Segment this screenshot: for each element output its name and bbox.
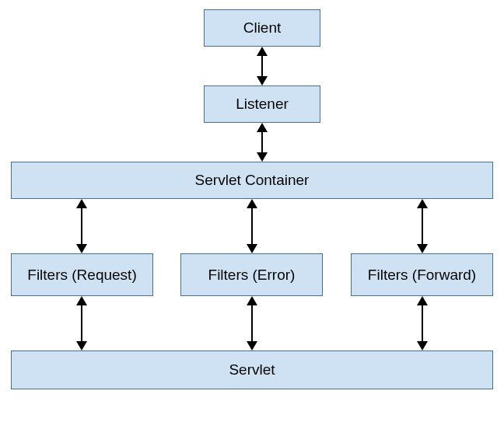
diagram-stage: Client Listener Servlet Container Filter… <box>0 0 504 422</box>
node-client: Client <box>204 9 320 47</box>
node-client-label: Client <box>243 19 282 37</box>
node-container: Servlet Container <box>11 162 493 199</box>
node-filter-forward: Filters (Forward) <box>351 253 493 296</box>
node-servlet-label: Servlet <box>229 361 275 378</box>
node-servlet: Servlet <box>11 351 493 389</box>
node-filter-error-label: Filters (Error) <box>208 267 296 284</box>
node-filter-error: Filters (Error) <box>180 253 323 296</box>
node-filter-request: Filters (Request) <box>11 253 153 296</box>
node-container-label: Servlet Container <box>195 172 310 189</box>
node-filter-forward-label: Filters (Forward) <box>368 267 476 284</box>
node-listener-label: Listener <box>236 96 289 113</box>
node-filter-request-label: Filters (Request) <box>27 267 136 284</box>
node-listener: Listener <box>204 85 320 123</box>
